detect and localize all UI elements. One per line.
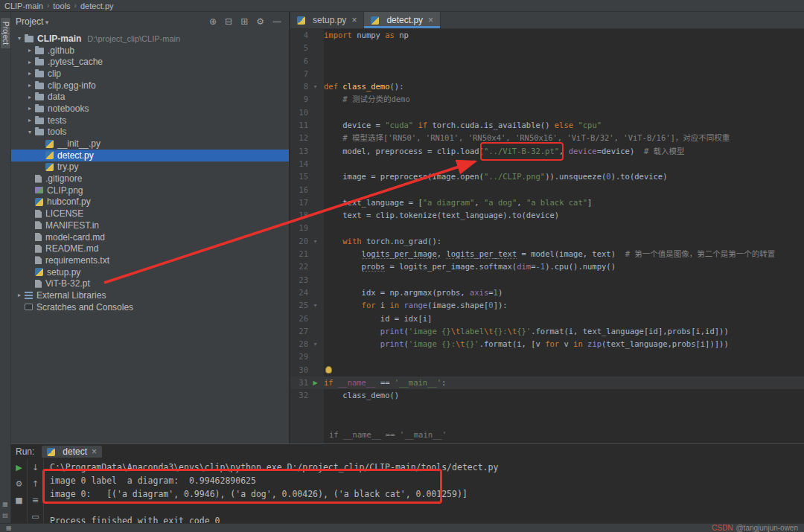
chevron-collapsed-icon[interactable]: ▸ xyxy=(25,82,35,89)
code-line-17[interactable]: 17 text_language = ["a diagram", "a dog"… xyxy=(290,196,804,209)
chevron-collapsed-icon[interactable]: ▸ xyxy=(25,59,35,65)
fold-icon[interactable]: ▾ xyxy=(308,80,322,93)
scroll-up-icon[interactable]: ↑ xyxy=(32,479,39,489)
scroll-down-icon[interactable]: ↓ xyxy=(32,463,39,472)
fold-icon[interactable]: ▾ xyxy=(308,299,322,312)
code-line-6[interactable]: 6 xyxy=(290,55,804,68)
tree-item-label: detect.py xyxy=(57,150,94,161)
breadcrumb-item-detect-py[interactable]: detect.py xyxy=(80,1,114,10)
code-line-5[interactable]: 5 xyxy=(290,42,804,54)
code-line-25[interactable]: 25▾ for i in range(image.shape[0]): xyxy=(290,299,804,312)
code-line-27[interactable]: 27 print('image {}\tlabel\t{}:\t{}'.form… xyxy=(290,325,804,338)
project-view-dropdown[interactable]: Project xyxy=(16,16,48,27)
tree-item-clip-egg-info[interactable]: ▸clip.egg-info xyxy=(11,80,289,92)
code-line-12[interactable]: 12 # 模型选择['RN50', 'RN101', 'RN50x4', 'RN… xyxy=(290,132,804,144)
tool-windows-icon[interactable]: ▦ xyxy=(6,525,12,531)
code-line-31[interactable]: 31▶if __name__ == '__main__': xyxy=(290,376,804,389)
fold-icon[interactable]: ▾ xyxy=(308,338,322,350)
tree-item-github[interactable]: ▸.github xyxy=(11,45,289,57)
tree-item-pytest-cache[interactable]: ▸.pytest_cache xyxy=(11,56,289,68)
tree-item-requirements-txt[interactable]: requirements.txt xyxy=(11,254,289,266)
chevron-collapsed-icon[interactable]: ▸ xyxy=(25,117,35,124)
code-line-26[interactable]: 26 id = idx[i] xyxy=(290,313,804,325)
code-line-9[interactable]: 9 # 测试分类的demo xyxy=(290,93,804,106)
collapse-all-icon[interactable]: ⊟ xyxy=(225,16,232,27)
code-line-16[interactable]: 16 xyxy=(290,184,804,196)
tree-item-tests[interactable]: ▸tests xyxy=(11,115,289,126)
code-line-8[interactable]: 8▾def class_demo(): xyxy=(290,80,804,93)
tree-item-notebooks[interactable]: ▸notebooks xyxy=(11,103,289,115)
editor-tab-detect-py[interactable]: detect.py× xyxy=(364,12,441,28)
fold-icon[interactable]: ▾ xyxy=(308,235,322,248)
intention-bulb-icon[interactable] xyxy=(325,366,332,374)
chevron-expanded-icon[interactable]: ▾ xyxy=(25,129,35,135)
code-line-32[interactable]: 32 class_demo() xyxy=(290,389,804,402)
tree-item-try-py[interactable]: try.py xyxy=(11,161,289,173)
code-line-14[interactable]: 14 xyxy=(290,158,804,170)
tree-item-data[interactable]: ▸data xyxy=(11,91,289,103)
code-line-30[interactable]: 30 xyxy=(290,364,804,376)
code-line-19[interactable]: 19 xyxy=(290,222,804,234)
code-line-13[interactable]: 13 model, preprocess = clip.load("../ViT… xyxy=(290,145,804,158)
hide-icon[interactable]: — xyxy=(272,16,281,27)
settings-icon[interactable]: ⚙ xyxy=(256,16,264,27)
close-icon[interactable]: × xyxy=(351,15,357,25)
code-line-20[interactable]: 20▾ with torch.no_grad(): xyxy=(290,235,804,248)
tree-item-readme-md[interactable]: README.md xyxy=(11,243,289,254)
clear-icon[interactable]: ▭ xyxy=(31,512,39,522)
tree-item-license[interactable]: LICENSE xyxy=(11,208,289,219)
project-tool-window-button[interactable]: Project xyxy=(1,18,10,48)
soft-wrap-icon[interactable]: ≡ xyxy=(32,496,39,505)
tree-item-vit-b-32-pt[interactable]: ViT-B-32.pt xyxy=(11,278,289,289)
stop-icon[interactable]: ■ xyxy=(15,496,22,505)
settings-icon[interactable]: ⚙ xyxy=(16,479,23,489)
run-line-icon[interactable]: ▶ xyxy=(308,376,322,389)
tree-item-detect-py[interactable]: detect.py xyxy=(11,150,289,161)
tree-item-init-py[interactable]: __init__.py xyxy=(11,138,289,150)
code-line-10[interactable]: 10 xyxy=(290,106,804,119)
tree-item-manifest-in[interactable]: MANIFEST.in xyxy=(11,219,289,231)
chevron-collapsed-icon[interactable]: ▸ xyxy=(25,105,35,112)
code-line-11[interactable]: 11 device = "cuda" if torch.cuda.is_avai… xyxy=(290,119,804,132)
tree-item-gitignore[interactable]: .gitignore xyxy=(11,173,289,185)
tree-item-clip[interactable]: ▸clip xyxy=(11,68,289,80)
chevron-expanded-icon[interactable]: ▾ xyxy=(14,35,25,42)
editor[interactable]: 4import numpy as np5678▾def class_demo()… xyxy=(290,29,804,444)
close-icon[interactable]: × xyxy=(92,446,97,457)
tree-item-external-libraries[interactable]: ▸External Libraries xyxy=(11,289,289,301)
tree-item-setup-py[interactable]: setup.py xyxy=(11,266,289,278)
line-number: 17 xyxy=(290,196,308,209)
code-line-24[interactable]: 24 idx = np.argmax(probs, axis=1) xyxy=(290,286,804,299)
code-line-29[interactable]: 29 xyxy=(290,350,804,363)
chevron-collapsed-icon[interactable]: ▸ xyxy=(14,292,25,298)
tree-item-clip-png[interactable]: CLIP.png xyxy=(11,185,289,196)
code-line-22[interactable]: 22 probs = logits_per_image.softmax(dim=… xyxy=(290,260,804,273)
window-grid-icon[interactable]: ▦ xyxy=(2,501,8,507)
chevron-collapsed-icon[interactable]: ▸ xyxy=(25,70,35,77)
run-tab-detect[interactable]: detect × xyxy=(42,446,102,458)
code-line-15[interactable]: 15 image = preprocess(Image.open("../CLI… xyxy=(290,170,804,183)
window-dock-icon[interactable]: ▤ xyxy=(2,512,8,519)
tree-item-tools[interactable]: ▾tools xyxy=(11,126,289,138)
file-icon xyxy=(35,175,42,183)
tree-item-clip-main[interactable]: ▾CLIP-mainD:\project_clip\CLIP-main xyxy=(11,33,289,45)
code-line-7[interactable]: 7 xyxy=(290,68,804,80)
tree-item-hubconf-py[interactable]: hubconf.py xyxy=(11,196,289,208)
close-icon[interactable]: × xyxy=(428,15,433,25)
rerun-icon[interactable]: ▶ xyxy=(16,463,22,472)
code-line-18[interactable]: 18 text = clip.tokenize(text_language).t… xyxy=(290,209,804,222)
run-console[interactable]: C:\ProgramData\Anaconda3\envs\clip\pytho… xyxy=(44,459,804,523)
tree-item-model-card-md[interactable]: model-card.md xyxy=(11,231,289,243)
breadcrumb-item-clip-main[interactable]: CLIP-main xyxy=(4,1,43,10)
breadcrumb-item-tools[interactable]: tools xyxy=(53,1,70,10)
locate-icon[interactable]: ⊕ xyxy=(209,16,217,27)
expand-all-icon[interactable]: ⊞ xyxy=(240,16,248,27)
code-line-23[interactable]: 23 xyxy=(290,274,804,286)
editor-tab-setup-py[interactable]: setup.py× xyxy=(290,12,364,28)
chevron-collapsed-icon[interactable]: ▸ xyxy=(25,94,35,100)
tree-item-scratches-and-consoles[interactable]: Scratches and Consoles xyxy=(11,301,289,313)
code-line-21[interactable]: 21 logits_per_image, logits_per_text = m… xyxy=(290,248,804,260)
chevron-collapsed-icon[interactable]: ▸ xyxy=(25,47,35,54)
code-line-28[interactable]: 28▾ print('image {}:\t{}'.format(i, [v f… xyxy=(290,338,804,350)
code-line-4[interactable]: 4import numpy as np xyxy=(290,29,804,42)
